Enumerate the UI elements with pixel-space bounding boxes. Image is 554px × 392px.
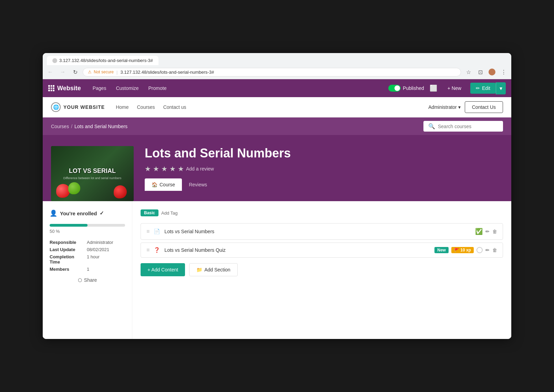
content-item-1: ≡ 📄 Lots vs Serial Numbers ✅ ✏ 🗑: [141, 223, 503, 240]
tab-title: 3.127.132.48/slides/lots-and-serial-numb…: [59, 58, 153, 63]
breadcrumb-current: Lots and Serial Numbers: [74, 124, 127, 129]
cms-bar: Website Pages Customize Promote Publishe…: [43, 79, 511, 97]
breadcrumb-courses[interactable]: Courses: [51, 124, 69, 129]
star-5[interactable]: ★: [178, 165, 184, 173]
address-bar[interactable]: ⚠ Not secure | 3.127.132.48/slides/lots-…: [83, 68, 461, 76]
tab-reviews-label: Reviews: [189, 182, 207, 187]
admin-dropdown[interactable]: Administrator ▾: [428, 104, 460, 110]
edit-label: Edit: [482, 85, 490, 91]
course-info: Lots and Serial Numbers ★ ★ ★ ★ ★ Add a …: [145, 146, 503, 191]
browser-toolbar: ← → ↻ ⚠ Not secure | 3.127.132.48/slides…: [43, 65, 511, 79]
course-stars: ★ ★ ★ ★ ★ Add a review: [145, 165, 503, 173]
tab-reviews[interactable]: Reviews: [182, 178, 214, 191]
meta-members: Members 1: [50, 267, 125, 272]
meta-lastupdate: Last Update 08/02/2021: [50, 247, 125, 252]
tag-basic: Basic: [141, 209, 158, 216]
meta-completion-value: 1 hour: [87, 254, 100, 265]
meta-responsible: Responsible Administrator: [50, 240, 125, 245]
item-complete-check-1[interactable]: ✅: [475, 228, 483, 235]
breadcrumb-bar: Courses / Lots and Serial Numbers 🔍: [43, 117, 511, 135]
add-section-label: Add Section: [204, 267, 230, 272]
search-courses: 🔍: [423, 121, 503, 132]
tab-course-icon: 🏠: [152, 182, 157, 187]
item-tag-xp-2: 🚩 10 xp: [451, 247, 474, 253]
bookmark-button[interactable]: ☆: [464, 67, 473, 77]
meta-lastupdate-value: 08/02/2021: [87, 247, 109, 252]
thumbnail-content: LOT VS SERIAL Difference between lot and…: [51, 146, 134, 201]
site-header: 🌐 YOUR WEBSITE Home Courses Contact us A…: [43, 97, 511, 117]
share-button[interactable]: ⬡ Share: [50, 277, 125, 283]
site-header-right: Administrator ▾ Contact Us: [428, 101, 503, 113]
toolbar-actions: ☆ ⊡ ⋮: [464, 67, 509, 77]
not-secure-label: Not secure: [94, 70, 114, 74]
site-logo-text: YOUR WEBSITE: [63, 104, 105, 110]
content-area: Basic Add Tag ≡ 📄 Lots vs Serial Numbers…: [132, 201, 511, 339]
site-logo[interactable]: 🌐 YOUR WEBSITE: [51, 102, 105, 112]
star-3[interactable]: ★: [161, 165, 167, 173]
reload-button[interactable]: ↻: [70, 67, 80, 77]
cms-logo-text: Website: [57, 85, 81, 92]
published-toggle: Published: [388, 85, 424, 92]
new-button[interactable]: + New: [443, 85, 466, 91]
add-review-link[interactable]: Add a review: [186, 166, 214, 172]
enrolled-text: You're enrolled: [60, 210, 97, 216]
cast-button[interactable]: ⊡: [475, 67, 485, 77]
tab-bar: 3.127.132.48/slides/lots-and-serial-numb…: [47, 56, 507, 65]
browser-tab[interactable]: 3.127.132.48/slides/lots-and-serial-numb…: [47, 56, 158, 65]
contact-us-button[interactable]: Contact Us: [465, 101, 503, 113]
nav-home[interactable]: Home: [116, 104, 129, 110]
admin-chevron: ▾: [458, 104, 461, 110]
sidebar-meta: Responsible Administrator Last Update 08…: [50, 240, 125, 272]
search-input[interactable]: [438, 124, 498, 129]
sidebar: 👤 You're enrolled ✓ 50 % Responsible Adm…: [43, 201, 132, 339]
item-delete-1[interactable]: 🗑: [492, 229, 497, 234]
star-1[interactable]: ★: [145, 165, 151, 173]
item-delete-2[interactable]: 🗑: [492, 247, 497, 253]
profile-button[interactable]: [487, 67, 497, 77]
cms-logo[interactable]: Website: [48, 85, 81, 92]
cms-nav-customize[interactable]: Customize: [111, 79, 143, 97]
item-edit-2[interactable]: ✏: [485, 247, 490, 253]
tab-course[interactable]: 🏠 Course: [145, 178, 182, 191]
tags-row: Basic Add Tag: [141, 209, 503, 216]
add-section-button[interactable]: 📁 Add Section: [189, 263, 238, 276]
share-icon: ⬡: [78, 277, 82, 283]
course-thumbnail: LOT VS SERIAL Difference between lot and…: [51, 146, 134, 201]
meta-responsible-value: Administrator: [87, 240, 113, 245]
star-2[interactable]: ★: [153, 165, 159, 173]
thumbnail-title: LOT VS SERIAL: [69, 167, 116, 175]
share-label: Share: [84, 277, 97, 283]
cms-nav-promote[interactable]: Promote: [144, 79, 172, 97]
thumbnail-overlay: LOT VS SERIAL Difference between lot and…: [51, 146, 134, 201]
edit-button[interactable]: ✏ Edit: [470, 83, 496, 94]
add-content-button[interactable]: + Add Content: [141, 263, 185, 276]
cms-nav-pages[interactable]: Pages: [88, 79, 111, 97]
main-content: 👤 You're enrolled ✓ 50 % Responsible Adm…: [43, 201, 511, 339]
edit-dropdown[interactable]: ▾: [496, 82, 506, 94]
content-buttons: + Add Content 📁 Add Section: [141, 263, 503, 276]
published-switch[interactable]: [388, 85, 401, 92]
add-tag-button[interactable]: Add Tag: [161, 210, 177, 216]
item-tag-new-2: New: [434, 247, 449, 253]
drag-handle-2[interactable]: ≡: [146, 247, 150, 253]
drag-handle-1[interactable]: ≡: [146, 228, 150, 235]
star-4[interactable]: ★: [170, 165, 176, 173]
enrolled-badge: 👤 You're enrolled ✓: [50, 209, 125, 217]
meta-lastupdate-label: Last Update: [50, 247, 84, 252]
item-complete-empty-2[interactable]: [476, 247, 483, 253]
back-button[interactable]: ←: [45, 67, 55, 77]
breadcrumb: Courses / Lots and Serial Numbers: [51, 124, 127, 129]
mobile-preview-icon[interactable]: ⬜: [427, 84, 440, 92]
item-edit-1[interactable]: ✏: [485, 229, 490, 234]
item-actions-1: ✅ ✏ 🗑: [475, 228, 497, 235]
course-hero: LOT VS SERIAL Difference between lot and…: [43, 135, 511, 201]
edit-button-group: ✏ Edit ▾: [469, 82, 506, 94]
nav-courses[interactable]: Courses: [137, 104, 155, 110]
progress-bar: 50 %: [50, 224, 125, 234]
item-icon-1: 📄: [154, 228, 160, 235]
meta-members-value: 1: [87, 267, 89, 272]
nav-contact[interactable]: Contact us: [163, 104, 186, 110]
forward-button[interactable]: →: [58, 67, 68, 77]
site-nav: Home Courses Contact us: [116, 104, 428, 110]
menu-button[interactable]: ⋮: [499, 67, 509, 77]
